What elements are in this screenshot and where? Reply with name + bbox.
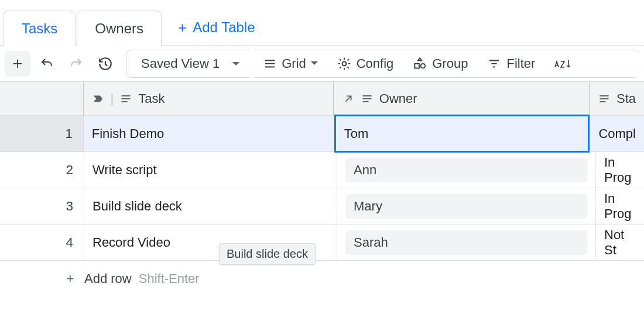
config-button[interactable]: Config (327, 50, 403, 77)
column-header-task[interactable]: | Task (84, 82, 334, 115)
text-icon (598, 93, 611, 105)
svg-point-2 (421, 64, 426, 68)
row-number[interactable]: 4 (0, 224, 84, 260)
cell-owner[interactable]: Mary (337, 188, 596, 224)
table-header-row: | Task Owner Sta (0, 82, 644, 116)
cell-status[interactable]: Compl (590, 116, 644, 151)
svg-rect-1 (415, 64, 420, 68)
row-number-header[interactable] (0, 82, 84, 115)
sort-az-icon (554, 56, 571, 71)
tab-label: Owners (95, 20, 143, 37)
owner-chip[interactable]: Ann (345, 158, 587, 182)
cell-task[interactable]: Finish Demo (84, 116, 334, 151)
table-footer: + Add row Shift-Enter (0, 261, 644, 297)
selected-cell[interactable]: Tom (334, 115, 590, 153)
undo-icon (40, 57, 54, 71)
add-row-label: Add row (84, 271, 132, 286)
history-button[interactable] (93, 51, 118, 77)
cell-task[interactable]: Build slide deck (84, 188, 337, 224)
column-label: Sta (616, 91, 636, 106)
chevron-down-icon (311, 61, 318, 68)
table-tabs-bar: Tasks Owners + Add Table (0, 0, 644, 46)
table-row[interactable]: 3 Build slide deck Mary In Prog (0, 188, 644, 224)
saved-view-dropdown[interactable]: Saved View 1 (126, 50, 250, 78)
grid-icon (263, 57, 277, 70)
grid-view-dropdown[interactable]: Grid (254, 50, 327, 77)
row-number[interactable]: 1 (0, 116, 84, 151)
tab-label: Tasks (22, 20, 57, 37)
redo-icon (69, 57, 83, 71)
tab-tasks[interactable]: Tasks (4, 11, 76, 46)
undo-button[interactable] (34, 51, 60, 77)
add-table-button[interactable]: + Add Table (167, 10, 266, 45)
owner-chip[interactable]: Mary (345, 194, 587, 219)
cell-status[interactable]: Not St (596, 224, 644, 260)
divider: | (111, 91, 114, 106)
plus-icon: + (178, 19, 187, 37)
filter-label: Filter (506, 56, 535, 71)
plus-icon: + (63, 271, 77, 286)
history-icon (98, 56, 113, 71)
add-button[interactable] (5, 51, 30, 77)
column-label: Owner (379, 91, 417, 106)
plus-icon (11, 57, 24, 70)
column-header-status[interactable]: Sta (590, 82, 644, 115)
tab-owners[interactable]: Owners (77, 11, 162, 46)
svg-point-0 (342, 61, 346, 65)
sort-button[interactable] (544, 50, 573, 77)
add-row-hint: Shift-Enter (139, 271, 200, 286)
cell-status[interactable]: In Prog (596, 188, 644, 224)
column-label: Task (138, 91, 165, 106)
table-row[interactable]: 2 Write script Ann In Prog (0, 152, 644, 188)
cell-status[interactable]: In Prog (596, 152, 644, 188)
group-label: Group (432, 56, 468, 71)
config-label: Config (357, 56, 394, 71)
toolbar-controls: Grid Config Group Filter (254, 50, 639, 78)
cell-owner[interactable]: Tom (334, 116, 591, 151)
arrow-out-icon (342, 92, 355, 105)
data-table: | Task Owner Sta 1 Finish Demo Tom Compl… (0, 82, 644, 297)
column-header-owner[interactable]: Owner (334, 82, 590, 115)
table-row[interactable]: 1 Finish Demo Tom Compl (0, 116, 644, 152)
tag-icon (92, 92, 105, 105)
filter-button[interactable]: Filter (477, 50, 544, 77)
gear-icon (337, 56, 352, 71)
text-icon (361, 93, 374, 105)
table-row[interactable]: 4 Record Video Sarah Not St (0, 224, 644, 261)
add-row-button[interactable]: + Add row Shift-Enter (0, 261, 200, 297)
grid-label: Grid (282, 56, 306, 71)
add-table-label: Add Table (193, 19, 255, 36)
saved-view-label: Saved View 1 (141, 56, 220, 71)
text-icon (119, 93, 132, 105)
row-number[interactable]: 3 (0, 188, 84, 224)
row-number[interactable]: 2 (0, 152, 84, 188)
cell-owner[interactable]: Ann (337, 152, 596, 188)
cell-owner[interactable]: Sarah (337, 224, 596, 260)
owner-chip[interactable]: Sarah (345, 230, 587, 255)
filter-icon (487, 57, 502, 70)
cell-task[interactable]: Write script (84, 152, 337, 188)
redo-button[interactable] (63, 51, 89, 77)
group-button[interactable]: Group (403, 50, 477, 77)
view-toolbar: Saved View 1 Grid Config Group Filter (0, 46, 644, 82)
group-icon (412, 56, 427, 71)
cell-tooltip: Build slide deck (219, 243, 316, 265)
